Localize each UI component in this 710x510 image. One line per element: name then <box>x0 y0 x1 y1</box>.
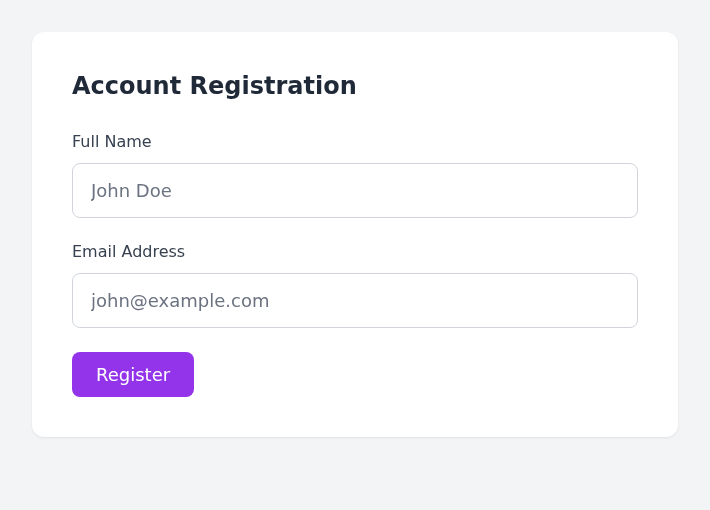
email-input[interactable] <box>72 273 638 328</box>
page-title: Account Registration <box>72 72 638 100</box>
fullname-label: Full Name <box>72 132 638 151</box>
fullname-input[interactable] <box>72 163 638 218</box>
fullname-group: Full Name <box>72 132 638 218</box>
email-label: Email Address <box>72 242 638 261</box>
registration-card: Account Registration Full Name Email Add… <box>32 32 678 437</box>
register-button[interactable]: Register <box>72 352 194 397</box>
email-group: Email Address <box>72 242 638 328</box>
